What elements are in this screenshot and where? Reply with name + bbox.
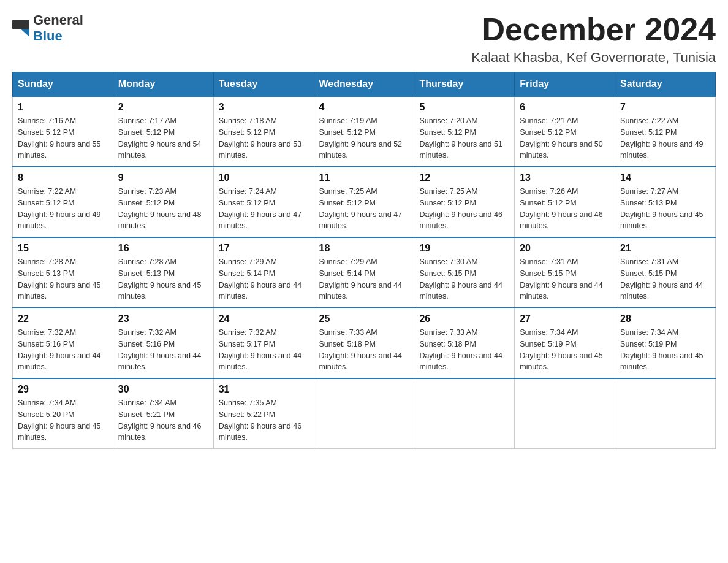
- title-block: December 2024 Kalaat Khasba, Kef Governo…: [471, 12, 716, 66]
- calendar-cell: 29 Sunrise: 7:34 AM Sunset: 5:20 PM Dayl…: [13, 378, 113, 449]
- calendar-cell: 28 Sunrise: 7:34 AM Sunset: 5:19 PM Dayl…: [615, 308, 716, 378]
- calendar-cell: 2 Sunrise: 7:17 AM Sunset: 5:12 PM Dayli…: [113, 96, 213, 167]
- day-info: Sunrise: 7:34 AM Sunset: 5:20 PM Dayligh…: [18, 397, 108, 443]
- day-number: 9: [118, 172, 208, 183]
- calendar-cell: 4 Sunrise: 7:19 AM Sunset: 5:12 PM Dayli…: [314, 96, 414, 167]
- day-info: Sunrise: 7:17 AM Sunset: 5:12 PM Dayligh…: [118, 115, 208, 161]
- day-info: Sunrise: 7:32 AM Sunset: 5:16 PM Dayligh…: [18, 327, 108, 373]
- header-saturday: Saturday: [615, 72, 716, 97]
- day-info: Sunrise: 7:25 AM Sunset: 5:12 PM Dayligh…: [419, 186, 509, 232]
- week-row-2: 8 Sunrise: 7:22 AM Sunset: 5:12 PM Dayli…: [13, 167, 716, 237]
- calendar-cell: 9 Sunrise: 7:23 AM Sunset: 5:12 PM Dayli…: [113, 167, 213, 237]
- day-info: Sunrise: 7:19 AM Sunset: 5:12 PM Dayligh…: [319, 115, 409, 161]
- calendar-cell: [314, 378, 414, 449]
- day-number: 18: [319, 243, 409, 254]
- svg-marker-1: [21, 29, 29, 37]
- day-info: Sunrise: 7:33 AM Sunset: 5:18 PM Dayligh…: [419, 327, 509, 373]
- day-info: Sunrise: 7:31 AM Sunset: 5:15 PM Dayligh…: [620, 256, 710, 302]
- calendar-cell: 21 Sunrise: 7:31 AM Sunset: 5:15 PM Dayl…: [615, 237, 716, 308]
- day-info: Sunrise: 7:21 AM Sunset: 5:12 PM Dayligh…: [520, 115, 610, 161]
- day-number: 17: [219, 243, 309, 254]
- day-info: Sunrise: 7:31 AM Sunset: 5:15 PM Dayligh…: [520, 256, 610, 302]
- day-number: 10: [219, 172, 309, 183]
- calendar-cell: 10 Sunrise: 7:24 AM Sunset: 5:12 PM Dayl…: [213, 167, 314, 237]
- week-row-1: 1 Sunrise: 7:16 AM Sunset: 5:12 PM Dayli…: [13, 96, 716, 167]
- day-info: Sunrise: 7:22 AM Sunset: 5:12 PM Dayligh…: [18, 186, 108, 232]
- day-info: Sunrise: 7:18 AM Sunset: 5:12 PM Dayligh…: [219, 115, 309, 161]
- calendar-cell: 30 Sunrise: 7:34 AM Sunset: 5:21 PM Dayl…: [113, 378, 213, 449]
- day-number: 7: [620, 102, 710, 113]
- logo-blue: Blue: [33, 28, 63, 44]
- calendar-cell: 31 Sunrise: 7:35 AM Sunset: 5:22 PM Dayl…: [213, 378, 314, 449]
- day-info: Sunrise: 7:35 AM Sunset: 5:22 PM Dayligh…: [219, 397, 309, 443]
- logo: General Blue: [12, 12, 83, 44]
- day-info: Sunrise: 7:29 AM Sunset: 5:14 PM Dayligh…: [319, 256, 409, 302]
- day-number: 30: [118, 384, 208, 395]
- day-number: 21: [620, 243, 710, 254]
- day-info: Sunrise: 7:16 AM Sunset: 5:12 PM Dayligh…: [18, 115, 108, 161]
- calendar-header-row: Sunday Monday Tuesday Wednesday Thursday…: [13, 72, 716, 97]
- calendar-cell: 5 Sunrise: 7:20 AM Sunset: 5:12 PM Dayli…: [414, 96, 515, 167]
- day-number: 26: [419, 313, 509, 324]
- day-info: Sunrise: 7:22 AM Sunset: 5:12 PM Dayligh…: [620, 115, 710, 161]
- day-info: Sunrise: 7:23 AM Sunset: 5:12 PM Dayligh…: [118, 186, 208, 232]
- day-number: 22: [18, 313, 108, 324]
- header-tuesday: Tuesday: [213, 72, 314, 97]
- calendar-cell: 15 Sunrise: 7:28 AM Sunset: 5:13 PM Dayl…: [13, 237, 113, 308]
- day-number: 4: [319, 102, 409, 113]
- day-info: Sunrise: 7:20 AM Sunset: 5:12 PM Dayligh…: [419, 115, 509, 161]
- calendar-cell: 19 Sunrise: 7:30 AM Sunset: 5:15 PM Dayl…: [414, 237, 515, 308]
- day-number: 25: [319, 313, 409, 324]
- day-info: Sunrise: 7:33 AM Sunset: 5:18 PM Dayligh…: [319, 327, 409, 373]
- header-wednesday: Wednesday: [314, 72, 414, 97]
- day-number: 1: [18, 102, 108, 113]
- page-header: General Blue December 2024 Kalaat Khasba…: [12, 12, 716, 66]
- day-info: Sunrise: 7:34 AM Sunset: 5:21 PM Dayligh…: [118, 397, 208, 443]
- day-number: 11: [319, 172, 409, 183]
- day-number: 3: [219, 102, 309, 113]
- calendar-table: Sunday Monday Tuesday Wednesday Thursday…: [12, 72, 716, 449]
- day-number: 20: [520, 243, 610, 254]
- calendar-cell: 24 Sunrise: 7:32 AM Sunset: 5:17 PM Dayl…: [213, 308, 314, 378]
- day-number: 8: [18, 172, 108, 183]
- calendar-cell: [615, 378, 716, 449]
- month-title: December 2024: [471, 12, 716, 47]
- calendar-cell: [515, 378, 615, 449]
- day-info: Sunrise: 7:34 AM Sunset: 5:19 PM Dayligh…: [520, 327, 610, 373]
- day-number: 13: [520, 172, 610, 183]
- day-number: 12: [419, 172, 509, 183]
- calendar-cell: 27 Sunrise: 7:34 AM Sunset: 5:19 PM Dayl…: [515, 308, 615, 378]
- day-number: 29: [18, 384, 108, 395]
- day-number: 19: [419, 243, 509, 254]
- day-number: 2: [118, 102, 208, 113]
- day-info: Sunrise: 7:26 AM Sunset: 5:12 PM Dayligh…: [520, 186, 610, 232]
- calendar-cell: 13 Sunrise: 7:26 AM Sunset: 5:12 PM Dayl…: [515, 167, 615, 237]
- calendar-cell: [414, 378, 515, 449]
- week-row-3: 15 Sunrise: 7:28 AM Sunset: 5:13 PM Dayl…: [13, 237, 716, 308]
- day-number: 28: [620, 313, 710, 324]
- day-info: Sunrise: 7:29 AM Sunset: 5:14 PM Dayligh…: [219, 256, 309, 302]
- day-info: Sunrise: 7:27 AM Sunset: 5:13 PM Dayligh…: [620, 186, 710, 232]
- day-number: 23: [118, 313, 208, 324]
- day-number: 14: [620, 172, 710, 183]
- calendar-cell: 7 Sunrise: 7:22 AM Sunset: 5:12 PM Dayli…: [615, 96, 716, 167]
- day-info: Sunrise: 7:25 AM Sunset: 5:12 PM Dayligh…: [319, 186, 409, 232]
- calendar-cell: 17 Sunrise: 7:29 AM Sunset: 5:14 PM Dayl…: [213, 237, 314, 308]
- calendar-cell: 11 Sunrise: 7:25 AM Sunset: 5:12 PM Dayl…: [314, 167, 414, 237]
- day-info: Sunrise: 7:30 AM Sunset: 5:15 PM Dayligh…: [419, 256, 509, 302]
- week-row-4: 22 Sunrise: 7:32 AM Sunset: 5:16 PM Dayl…: [13, 308, 716, 378]
- day-info: Sunrise: 7:28 AM Sunset: 5:13 PM Dayligh…: [118, 256, 208, 302]
- day-info: Sunrise: 7:34 AM Sunset: 5:19 PM Dayligh…: [620, 327, 710, 373]
- header-thursday: Thursday: [414, 72, 515, 97]
- svg-rect-0: [12, 20, 29, 29]
- calendar-cell: 6 Sunrise: 7:21 AM Sunset: 5:12 PM Dayli…: [515, 96, 615, 167]
- calendar-cell: 8 Sunrise: 7:22 AM Sunset: 5:12 PM Dayli…: [13, 167, 113, 237]
- header-sunday: Sunday: [13, 72, 113, 97]
- calendar-cell: 26 Sunrise: 7:33 AM Sunset: 5:18 PM Dayl…: [414, 308, 515, 378]
- day-info: Sunrise: 7:24 AM Sunset: 5:12 PM Dayligh…: [219, 186, 309, 232]
- location-subtitle: Kalaat Khasba, Kef Governorate, Tunisia: [471, 50, 716, 66]
- day-number: 6: [520, 102, 610, 113]
- calendar-cell: 16 Sunrise: 7:28 AM Sunset: 5:13 PM Dayl…: [113, 237, 213, 308]
- day-number: 16: [118, 243, 208, 254]
- calendar-cell: 25 Sunrise: 7:33 AM Sunset: 5:18 PM Dayl…: [314, 308, 414, 378]
